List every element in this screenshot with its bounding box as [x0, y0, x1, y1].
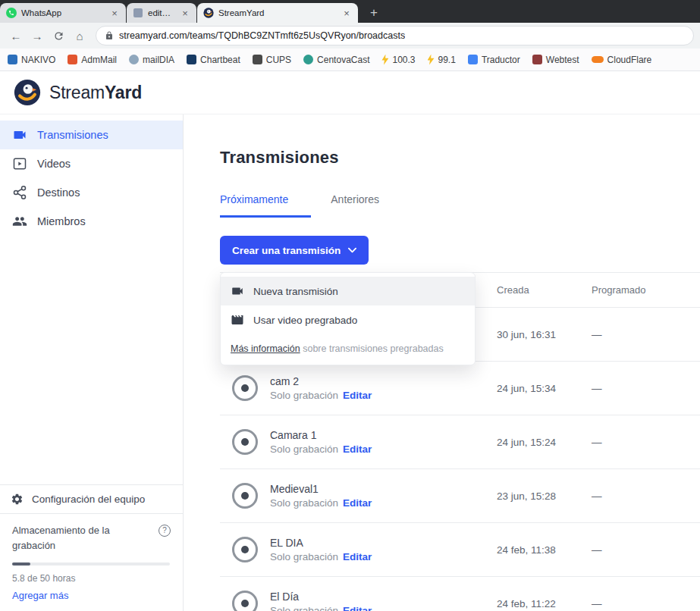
cloudflare-icon [592, 56, 604, 63]
broadcast-subtitle: Solo grabación [270, 605, 338, 611]
forward-button[interactable]: → [27, 26, 47, 45]
bookmark-centovacast[interactable]: CentovaCast [303, 55, 369, 65]
create-broadcast-button[interactable]: Crear una transmisión [220, 236, 369, 265]
bookmark-label: Traductor [482, 55, 520, 65]
lightning-icon [428, 55, 435, 65]
centovacast-icon [303, 55, 313, 64]
bookmark-nakivo[interactable]: NAKIVO [8, 55, 55, 65]
broadcast-subtitle: Solo grabación [270, 497, 338, 509]
more-info-link[interactable]: Más información [231, 343, 300, 354]
create-broadcast-label: Crear una transmisión [232, 245, 341, 256]
tab-close-icon[interactable]: × [109, 8, 120, 19]
sidebar-item-miembros[interactable]: Miembros [0, 207, 183, 236]
bookmark-label: 99.1 [438, 55, 456, 65]
sidebar: Transmisiones Videos Destinos Miembros [0, 114, 184, 611]
streamyard-wordmark: StreamYard [49, 83, 142, 103]
broadcast-title: EL DIA [270, 537, 372, 549]
sidebar-item-videos[interactable]: Videos [0, 149, 183, 178]
storage-section: Almacenamiento de la grabación ? 5.8 de … [0, 513, 183, 611]
browser-tab-editoresweb[interactable]: editoresweb:sitioweb:eldia.co × [127, 3, 196, 23]
address-bar[interactable]: streamyard.com/teams/TQDhBC9ZNTmft6z5UsQ… [96, 26, 694, 45]
site-favicon [133, 8, 143, 17]
tab-close-icon[interactable]: × [341, 8, 352, 19]
sidebar-item-transmisiones[interactable]: Transmisiones [0, 121, 183, 149]
created-date: 23 jun, 15:28 [488, 490, 582, 502]
scheduled-date: — [582, 598, 700, 609]
bookmark-label: CentovaCast [317, 55, 369, 65]
browser-tab-streamyard[interactable]: StreamYard × [197, 3, 358, 23]
streamyard-header: StreamYard [0, 71, 700, 114]
bookmarks-bar: NAKIVO AdmMail mailDIA Chartbeat CUPS Ce… [0, 49, 700, 71]
bookmark-cloudflare[interactable]: CloudFlare [592, 55, 652, 65]
storage-progress-bar [12, 562, 170, 566]
tab-title: WhatsApp [21, 8, 105, 17]
edit-link[interactable]: Editar [343, 443, 372, 455]
reload-button[interactable] [49, 26, 68, 45]
scheduled-date: — [582, 383, 700, 394]
team-settings-item[interactable]: Configuración del equipo [0, 484, 183, 513]
browser-tab-whatsapp[interactable]: WhatsApp × [0, 3, 126, 23]
broadcast-row[interactable]: Camara 1 Solo grabaciónEditar 24 jun, 15… [220, 415, 700, 469]
traductor-icon [468, 55, 478, 64]
created-date: 30 jun, 16:31 [488, 329, 582, 340]
back-button[interactable]: ← [6, 26, 26, 45]
created-date: 24 feb, 11:22 [488, 598, 582, 609]
tab-close-icon[interactable]: × [180, 8, 190, 19]
record-icon [232, 483, 258, 509]
created-date: 24 jun, 15:24 [488, 437, 582, 448]
bookmark-admmail[interactable]: AdmMail [67, 55, 117, 65]
bookmark-maildia[interactable]: mailDIA [129, 55, 174, 65]
new-tab-button[interactable]: + [364, 3, 384, 23]
menu-item-nueva-transmision[interactable]: Nueva transmisión [221, 277, 475, 306]
record-icon [232, 591, 258, 611]
lock-icon [105, 31, 114, 40]
broadcast-row[interactable]: EL DIA Solo grabaciónEditar 24 feb, 11:3… [220, 523, 700, 577]
nakivo-icon [8, 55, 17, 64]
admmail-icon [67, 55, 77, 64]
column-created: Creada [488, 284, 582, 296]
broadcast-row[interactable]: Medieval1 Solo grabaciónEditar 23 jun, 1… [220, 469, 700, 523]
created-date: 24 feb, 11:38 [488, 544, 582, 556]
sidebar-item-label: Videos [37, 158, 71, 170]
broadcast-title: Camara 1 [270, 429, 372, 441]
bookmark-radio-99-1[interactable]: 99.1 [428, 55, 456, 65]
menu-item-video-pregrabado[interactable]: Usar video pregrabado [221, 306, 475, 334]
scheduled-date: — [582, 544, 700, 556]
bookmark-webtest[interactable]: Webtest [532, 55, 579, 65]
scheduled-date: — [582, 490, 700, 502]
broadcast-row[interactable]: El Día Solo grabaciónEditar 24 feb, 11:2… [220, 577, 700, 611]
broadcast-row[interactable]: cam 2 Solo grabaciónEditar 24 jun, 15:34… [220, 362, 700, 415]
tab-proximamente[interactable]: Próximamente [220, 193, 311, 218]
main-content: Transmisiones Próximamente Anteriores Cr… [184, 114, 700, 611]
edit-link[interactable]: Editar [343, 390, 372, 401]
video-library-icon [12, 156, 27, 171]
streamyard-logo-icon[interactable] [14, 79, 41, 106]
storage-usage-text: 5.8 de 50 horas [12, 573, 171, 584]
sidebar-item-label: Destinos [37, 186, 80, 199]
bookmark-label: Webtest [546, 55, 579, 65]
tab-anteriores[interactable]: Anteriores [331, 193, 379, 218]
bookmark-label: CloudFlare [607, 55, 652, 65]
broadcast-title: Medieval1 [270, 483, 372, 495]
video-camera-icon [12, 127, 27, 143]
help-icon[interactable]: ? [159, 525, 171, 537]
tab-title: editoresweb:sitioweb:eldia.co [148, 8, 175, 17]
bookmark-label: CUPS [266, 55, 291, 65]
tab-title: StreamYard [218, 8, 337, 17]
browser-window: WhatsApp × editoresweb:sitioweb:eldia.co… [0, 0, 700, 611]
bookmark-radio-100-3[interactable]: 100.3 [381, 55, 415, 65]
edit-link[interactable]: Editar [343, 497, 372, 509]
bookmark-traductor[interactable]: Traductor [468, 55, 520, 65]
sidebar-item-label: Miembros [37, 215, 86, 227]
sidebar-item-label: Transmisiones [37, 129, 108, 141]
add-more-link[interactable]: Agregar más [12, 590, 68, 601]
edit-link[interactable]: Editar [343, 605, 372, 611]
bookmark-chartbeat[interactable]: Chartbeat [187, 55, 240, 65]
team-settings-label: Configuración del equipo [32, 494, 145, 505]
home-button[interactable]: ⌂ [70, 26, 89, 45]
sidebar-item-destinos[interactable]: Destinos [0, 178, 183, 207]
bookmark-cups[interactable]: CUPS [253, 55, 291, 65]
maildia-icon [129, 55, 139, 64]
edit-link[interactable]: Editar [343, 551, 372, 562]
share-icon [12, 185, 27, 200]
